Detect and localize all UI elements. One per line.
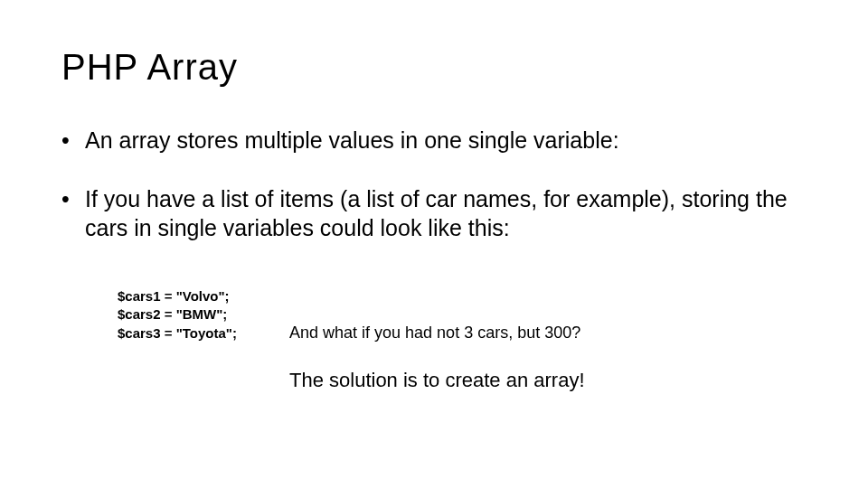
code-block: $cars1 = "Volvo"; $cars2 = "BMW"; $cars3… <box>118 287 237 343</box>
code-line: $cars3 = "Toyota"; <box>118 325 237 341</box>
slide-title: PHP Array <box>61 47 238 88</box>
bullet-item: If you have a list of items (a list of c… <box>61 185 814 242</box>
note-question: And what if you had not 3 cars, but 300? <box>289 324 580 343</box>
slide-body: An array stores multiple values in one s… <box>61 127 814 273</box>
slide: PHP Array An array stores multiple value… <box>0 0 868 488</box>
bullet-item: An array stores multiple values in one s… <box>61 127 814 155</box>
note-solution: The solution is to create an array! <box>289 369 585 392</box>
code-line: $cars1 = "Volvo"; <box>118 288 230 304</box>
code-line: $cars2 = "BMW"; <box>118 306 227 322</box>
